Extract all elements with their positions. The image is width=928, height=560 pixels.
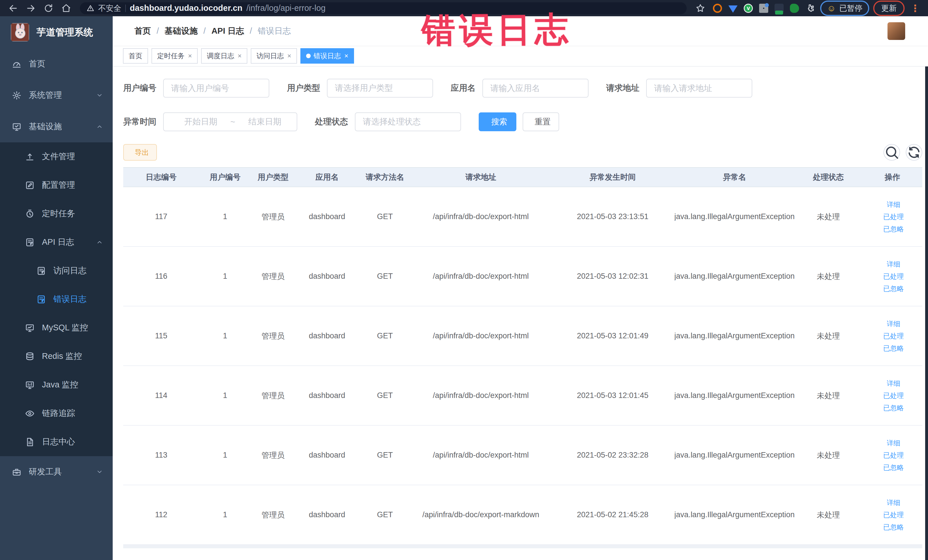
sidebar-item-dev-tools[interactable]: 研发工具	[0, 456, 113, 488]
tag-定时任务[interactable]: 定时任务×	[151, 48, 198, 64]
back-icon[interactable]	[6, 3, 20, 13]
table-cell: 1	[199, 187, 251, 246]
close-icon[interactable]: ×	[287, 52, 291, 60]
action-详细[interactable]: 详细	[884, 498, 901, 507]
row-actions: 详细已处理已忽略	[862, 247, 922, 306]
action-已忽略[interactable]: 已忽略	[881, 523, 904, 532]
action-label: 已忽略	[883, 463, 904, 472]
action-已忽略[interactable]: 已忽略	[881, 463, 904, 472]
extension-grid-icon[interactable]	[759, 4, 768, 13]
action-已忽略[interactable]: 已忽略	[881, 344, 904, 353]
action-详细[interactable]: 详细	[884, 379, 901, 388]
log-icon	[37, 266, 46, 276]
update-button[interactable]: 更新	[873, 1, 905, 16]
table-cell: 2021-05-03 12:02:31	[551, 247, 675, 306]
chevron-down-icon	[96, 468, 103, 475]
tag-访问日志[interactable]: 访问日志×	[251, 48, 297, 64]
action-已忽略[interactable]: 已忽略	[881, 224, 904, 233]
sidebar-item-file[interactable]: 文件管理	[0, 142, 113, 171]
log-icon	[25, 238, 35, 247]
table-cell: 116	[123, 247, 199, 306]
breadcrumb-item[interactable]: 首页	[134, 25, 151, 37]
tag-错误日志[interactable]: 错误日志×	[301, 48, 354, 64]
action-label: 已忽略	[883, 403, 904, 412]
column-header: 处理状态	[795, 168, 862, 186]
home-icon[interactable]	[60, 3, 73, 13]
action-label: 已处理	[883, 331, 904, 340]
table-cell: /api/infra/db-doc/export-html	[411, 366, 551, 425]
request-url-label: 请求地址	[606, 82, 639, 94]
redis-icon	[25, 352, 35, 361]
action-已处理[interactable]: 已处理	[881, 451, 904, 460]
app-name-input[interactable]	[482, 79, 589, 98]
breadcrumb-item[interactable]: 基础设施	[165, 25, 198, 37]
row-actions: 详细已处理已忽略	[862, 307, 922, 365]
user-id-input[interactable]	[163, 79, 269, 98]
extension-orange-icon[interactable]	[713, 4, 722, 13]
exception-time-range-picker[interactable]: 开始日期 ~ 结束日期	[163, 112, 297, 131]
sidebar-item-log-center[interactable]: 日志中心	[0, 428, 113, 456]
action-详细[interactable]: 详细	[884, 259, 901, 269]
url-bar[interactable]: 不安全 dashboard.yudao.iocoder.cn/infra/log…	[80, 2, 687, 14]
sidebar-item-system[interactable]: 系统管理	[0, 79, 113, 111]
avatar[interactable]	[887, 22, 905, 40]
action-label: 详细	[887, 319, 901, 328]
action-已处理[interactable]: 已处理	[881, 331, 904, 340]
reset-button[interactable]: 重置	[523, 112, 559, 131]
profile-paused-button[interactable]: ☺ 已暂停	[820, 1, 869, 16]
action-已处理[interactable]: 已处理	[881, 212, 904, 221]
reload-icon[interactable]	[42, 3, 55, 13]
extension-on-badge-icon[interactable]	[774, 4, 784, 13]
extension-green-v-icon[interactable]: v	[744, 4, 753, 13]
monitor-icon	[12, 122, 21, 131]
extension-blue-icon[interactable]	[728, 4, 737, 13]
column-header: 请求方法名	[359, 168, 411, 186]
tag-调度日志[interactable]: 调度日志×	[201, 48, 247, 64]
sidebar-item-trace[interactable]: 链路追踪	[0, 399, 113, 428]
action-详细[interactable]: 详细	[884, 438, 901, 448]
request-url-input[interactable]	[646, 79, 752, 98]
action-详细[interactable]: 详细	[884, 319, 901, 328]
column-header: 用户类型	[251, 168, 295, 186]
sidebar-item-api-log[interactable]: API 日志	[0, 228, 113, 256]
browser-menu-icon[interactable]: ⋮	[908, 3, 922, 14]
extensions-puzzle-icon[interactable]	[805, 4, 815, 13]
sidebar-item-error-log[interactable]: 错误日志	[0, 285, 113, 314]
action-已处理[interactable]: 已处理	[881, 391, 904, 400]
sidebar-item-java[interactable]: Java 监控	[0, 371, 113, 399]
close-icon[interactable]: ×	[238, 52, 242, 60]
sidebar-item-access-log[interactable]: 访问日志	[0, 256, 113, 285]
export-button[interactable]: 导出	[123, 144, 157, 160]
action-已忽略[interactable]: 已忽略	[881, 403, 904, 412]
extension-leaf-icon[interactable]	[790, 4, 799, 13]
search-button[interactable]: 搜索	[479, 112, 516, 131]
sidebar-item-home[interactable]: 首页	[0, 48, 113, 79]
sidebar-item-infra[interactable]: 基础设施	[0, 111, 113, 142]
sidebar-item-mysql[interactable]: MySQL 监控	[0, 314, 113, 342]
column-header: 日志编号	[123, 168, 199, 186]
close-icon[interactable]: ×	[188, 52, 192, 60]
forward-icon[interactable]	[24, 3, 38, 13]
sidebar-item-redis[interactable]: Redis 监控	[0, 342, 113, 371]
action-已忽略[interactable]: 已忽略	[881, 284, 904, 293]
breadcrumb-item[interactable]: API 日志	[211, 25, 244, 37]
user-id-label: 用户编号	[123, 82, 156, 94]
sidebar-item-job[interactable]: 定时任务	[0, 200, 113, 228]
action-详细[interactable]: 详细	[884, 200, 901, 209]
process-status-select[interactable]: 请选择处理状态	[355, 112, 461, 131]
tag-首页[interactable]: 首页	[123, 48, 148, 64]
toggle-search-button[interactable]	[884, 144, 900, 160]
user-type-select[interactable]: 请选择用户类型	[327, 79, 433, 98]
action-已处理[interactable]: 已处理	[881, 510, 904, 519]
table-toolbar: 导出	[123, 144, 922, 160]
action-已处理[interactable]: 已处理	[881, 272, 904, 281]
table-cell: 1	[199, 247, 251, 306]
sidebar-item-config[interactable]: 配置管理	[0, 171, 113, 200]
table-cell: 2021-05-03 12:01:45	[551, 366, 675, 425]
action-label: 详细	[887, 498, 901, 507]
bookmark-star-icon[interactable]	[693, 3, 707, 13]
close-icon[interactable]: ×	[344, 52, 348, 60]
refresh-table-button[interactable]	[906, 144, 922, 160]
action-label: 详细	[887, 200, 901, 209]
page-scrollbar[interactable]	[925, 67, 928, 560]
